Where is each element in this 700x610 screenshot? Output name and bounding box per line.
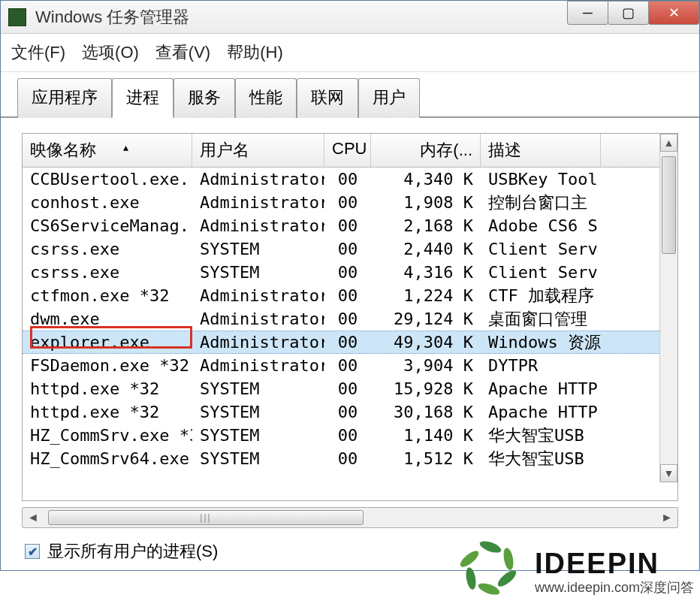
table-row[interactable]: ctfmon.exe *32Administrator001,224 KCTF … (23, 284, 677, 307)
cell-cpu: 00 (324, 448, 371, 470)
cell-user: Administrator (192, 331, 324, 353)
cell-desc: 华大智宝USB (481, 423, 601, 448)
table-row[interactable]: HZ_CommSrv.exe *32SYSTEM001,140 K华大智宝USB (23, 424, 677, 447)
table-row[interactable]: httpd.exe *32SYSTEM0030,168 KApache HTTP (23, 400, 677, 424)
watermark: IDEEPIN www.ideepin.com深度问答 (457, 538, 694, 605)
column-memory[interactable]: 内存(... (371, 134, 481, 167)
show-all-users-checkbox[interactable]: ✔ (25, 544, 40, 559)
cell-cpu: 00 (324, 378, 371, 400)
cell-name: httpd.exe *32 (23, 378, 192, 400)
content-area: 映像名称 ▴ 用户名 CPU 内存(... 描述 CCBUsertool.exe… (1, 118, 699, 570)
cell-cpu: 00 (324, 308, 371, 330)
cell-desc: 华大智宝USB (481, 446, 601, 472)
scroll-left-icon[interactable]: ◄ (23, 508, 44, 527)
column-description[interactable]: 描述 (481, 134, 601, 167)
horizontal-scrollbar[interactable]: ◄ ||| ► (22, 507, 678, 528)
cell-cpu: 00 (324, 238, 371, 260)
cell-desc: 桌面窗口管理 (481, 307, 601, 332)
cell-desc: USBKey Tool (481, 168, 601, 190)
column-image-name-label: 映像名称 (30, 140, 96, 159)
cell-name: HZ_CommSrv64.exe (23, 448, 192, 470)
menu-file[interactable]: 文件(F) (11, 41, 65, 64)
cell-name: CCBUsertool.exe... (23, 168, 192, 190)
tab-processes[interactable]: 进程 (112, 78, 173, 118)
tab-networking[interactable]: 联网 (297, 78, 358, 118)
cell-mem: 49,304 K (371, 331, 481, 353)
table-row[interactable]: csrss.exeSYSTEM002,440 KClient Serv (23, 237, 677, 261)
sort-indicator-icon: ▴ (123, 141, 128, 153)
cell-name: conhost.exe (23, 192, 192, 213)
cell-mem: 3,904 K (371, 355, 481, 376)
cell-user: SYSTEM (192, 378, 324, 400)
table-row[interactable]: CCBUsertool.exe...Administrator004,340 K… (23, 168, 677, 191)
cell-name: HZ_CommSrv.exe *32 (23, 424, 192, 446)
cell-mem: 1,908 K (371, 192, 481, 213)
cell-user: SYSTEM (192, 261, 324, 283)
maximize-button[interactable]: ▢ (608, 1, 649, 25)
cell-cpu: 00 (324, 424, 371, 446)
column-user-name[interactable]: 用户名 (192, 134, 324, 167)
horizontal-scroll-thumb[interactable]: ||| (48, 510, 364, 525)
table-row[interactable]: explorer.exeAdministrator0049,304 KWindo… (23, 331, 677, 354)
close-button[interactable]: ✕ (648, 1, 699, 25)
table-row[interactable]: dwm.exeAdministrator0029,124 K桌面窗口管理 (23, 307, 677, 331)
cell-user: Administrator (192, 192, 324, 213)
watermark-subtitle: www.ideepin.com深度问答 (535, 578, 694, 596)
cell-mem: 1,140 K (371, 424, 481, 446)
table-row[interactable]: CS6ServiceManag...Administrator002,168 K… (23, 214, 677, 237)
tab-users[interactable]: 用户 (358, 78, 420, 118)
watermark-logo-icon (457, 538, 524, 605)
minimize-button[interactable]: ─ (567, 1, 608, 25)
cell-name: CS6ServiceManag... (23, 215, 192, 237)
cell-name: csrss.exe (23, 261, 192, 283)
scroll-right-icon[interactable]: ► (656, 508, 677, 527)
app-icon (8, 8, 26, 26)
cell-mem: 15,928 K (371, 378, 481, 400)
menubar: 文件(F) 选项(O) 查看(V) 帮助(H) (1, 34, 699, 72)
table-row[interactable]: csrss.exeSYSTEM004,316 KClient Serv (23, 261, 677, 284)
column-image-name[interactable]: 映像名称 ▴ (23, 134, 192, 167)
table-row[interactable]: httpd.exe *32SYSTEM0015,928 KApache HTTP (23, 377, 677, 400)
cell-desc: Client Serv (481, 261, 601, 283)
process-table: 映像名称 ▴ 用户名 CPU 内存(... 描述 CCBUsertool.exe… (22, 133, 678, 501)
cell-name: csrss.exe (23, 238, 192, 260)
menu-options[interactable]: 选项(O) (82, 41, 139, 64)
column-cpu[interactable]: CPU (324, 134, 371, 167)
cell-desc: Windows 资源 (481, 330, 601, 355)
cell-desc: Apache HTTP (481, 378, 601, 400)
cell-desc: DYTPR (481, 355, 601, 376)
vertical-scroll-thumb[interactable] (662, 156, 676, 254)
cell-user: Administrator (192, 308, 324, 330)
table-row[interactable]: FSDaemon.exe *32Administrator003,904 KDY… (23, 354, 677, 377)
cell-name: dwm.exe (23, 308, 192, 330)
cell-user: SYSTEM (192, 448, 324, 470)
cell-cpu: 00 (324, 401, 371, 423)
titlebar[interactable]: Windows 任务管理器 ─ ▢ ✕ (1, 1, 699, 34)
scroll-up-icon[interactable]: ▲ (660, 134, 677, 152)
tab-applications[interactable]: 应用程序 (17, 78, 112, 118)
cell-mem: 4,316 K (371, 261, 481, 283)
tab-services[interactable]: 服务 (173, 78, 235, 118)
cell-name: FSDaemon.exe *32 (23, 355, 192, 376)
cell-desc: Adobe CS6 S (481, 215, 601, 237)
vertical-scrollbar[interactable]: ▲ ▼ (659, 134, 677, 482)
cell-name: ctfmon.exe *32 (23, 285, 192, 307)
table-row[interactable]: HZ_CommSrv64.exeSYSTEM001,512 K华大智宝USB (23, 447, 677, 470)
tab-performance[interactable]: 性能 (235, 78, 297, 118)
cell-cpu: 00 (324, 285, 371, 307)
cell-user: Administrator (192, 168, 324, 190)
cell-cpu: 00 (324, 261, 371, 283)
cell-name: explorer.exe (23, 331, 192, 353)
cell-mem: 2,168 K (371, 215, 481, 237)
menu-help[interactable]: 帮助(H) (227, 41, 283, 64)
cell-mem: 1,224 K (371, 285, 481, 307)
cell-name: httpd.exe *32 (23, 401, 192, 423)
cell-desc: Apache HTTP (481, 401, 601, 423)
cell-cpu: 00 (324, 215, 371, 237)
table-row[interactable]: conhost.exeAdministrator001,908 K控制台窗口主 (23, 191, 677, 214)
scroll-down-icon[interactable]: ▼ (660, 464, 677, 482)
table-header: 映像名称 ▴ 用户名 CPU 内存(... 描述 (23, 134, 677, 168)
tabstrip: 应用程序 进程 服务 性能 联网 用户 (1, 77, 699, 118)
cell-desc: 控制台窗口主 (481, 190, 601, 216)
menu-view[interactable]: 查看(V) (155, 41, 210, 64)
